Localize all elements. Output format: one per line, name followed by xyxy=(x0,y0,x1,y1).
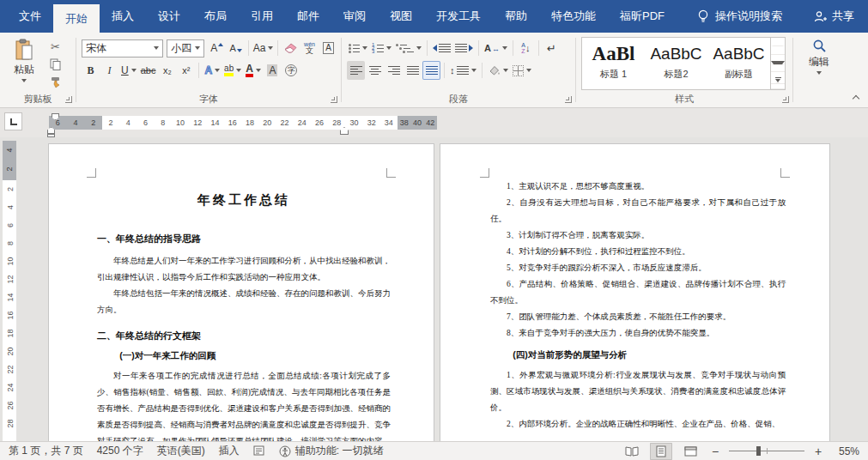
language-status[interactable]: 英语(美国) xyxy=(157,444,205,458)
accessibility-status[interactable]: 辅助功能: 一切就绪 xyxy=(279,444,384,458)
align-right-button[interactable] xyxy=(385,61,403,80)
tab-help[interactable]: 帮助 xyxy=(493,0,539,33)
clipboard-dialog-launcher[interactable] xyxy=(65,96,72,103)
increase-indent-button[interactable] xyxy=(453,39,475,58)
format-painter-button[interactable] xyxy=(46,75,64,90)
text-effects-button[interactable]: A xyxy=(203,61,222,80)
page-number-status[interactable]: 第 1 页，共 7 页 xyxy=(9,444,83,458)
tab-stop-selector[interactable] xyxy=(4,112,22,130)
doc-body[interactable]: 6、产品结构、价格策略、促销组合、渠道建设、品牌传播计划不合理、执行不到位。 xyxy=(490,276,786,309)
distribute-button[interactable] xyxy=(422,61,440,80)
style-heading2[interactable]: AaBbC标题2 xyxy=(645,38,707,89)
doc-body[interactable]: 8、来自于竞争对手的强大压力，使自身的优势不能突显。 xyxy=(490,325,786,342)
zoom-slider-thumb[interactable] xyxy=(756,446,761,456)
font-size-select[interactable]: 小四 xyxy=(167,39,204,58)
zoom-in-button[interactable] xyxy=(811,445,825,458)
style-subtitle[interactable]: AaBbC副标题 xyxy=(707,38,770,89)
zoom-slider[interactable] xyxy=(729,451,804,451)
document-page-1[interactable]: 年终工作总结一、年终总结的指导思路年终总结是人们对一年来的工作学习进行回顾和分析… xyxy=(49,144,434,441)
enclose-characters-button[interactable]: 字 xyxy=(282,61,300,80)
tab-mailings[interactable]: 邮件 xyxy=(285,0,331,33)
gallery-expand-button[interactable] xyxy=(771,72,785,89)
paste-button[interactable]: 粘贴 xyxy=(5,37,43,90)
justify-button[interactable] xyxy=(404,61,422,80)
shading-button[interactable] xyxy=(486,61,510,80)
insert-mode-status[interactable]: 插入 xyxy=(219,444,240,458)
tab-review[interactable]: 审阅 xyxy=(331,0,378,33)
share-button[interactable]: 共享 xyxy=(814,0,854,33)
web-layout-button[interactable] xyxy=(679,443,701,460)
tab-home[interactable]: 开始 xyxy=(53,4,100,33)
numbering-button[interactable] xyxy=(370,39,393,58)
doc-body[interactable]: 1、主观认识不足，思想不够高度重视。 xyxy=(490,179,786,195)
tab-view[interactable]: 视图 xyxy=(378,0,424,33)
superscript-button[interactable]: x² xyxy=(177,61,195,80)
italic-button[interactable]: I xyxy=(100,61,118,80)
tab-references[interactable]: 引用 xyxy=(239,0,285,33)
subscript-button[interactable]: x₂ xyxy=(158,61,176,80)
doc-h2[interactable]: (四)对当前形势的展望与分析 xyxy=(490,349,786,361)
word-count-status[interactable]: 4250 个字 xyxy=(97,444,143,458)
doc-title[interactable]: 年终工作总结 xyxy=(97,192,391,209)
font-dialog-launcher[interactable] xyxy=(331,96,337,103)
doc-body[interactable]: 年终总结是人们对一年来的工作学习进行回顾和分析，从中找出经验和教训，引出规律性认… xyxy=(97,253,391,286)
zoom-level[interactable]: 55% xyxy=(832,445,859,457)
read-mode-button[interactable] xyxy=(621,443,643,460)
print-layout-button[interactable] xyxy=(650,443,672,460)
bullets-button[interactable] xyxy=(347,39,369,58)
style-heading1[interactable]: AaBl标题 1 xyxy=(582,38,645,89)
tab-file[interactable]: 文件 xyxy=(7,0,53,33)
gallery-scroll-up-button[interactable] xyxy=(771,38,785,55)
editing-menu-button[interactable]: 编辑 xyxy=(798,37,840,75)
horizontal-ruler[interactable]: 642 246810121416182022242628303234 38404… xyxy=(49,116,437,130)
tab-special-features[interactable]: 特色功能 xyxy=(539,0,608,33)
doc-h2[interactable]: (一)对一年来工作的回顾 xyxy=(97,350,391,362)
paragraph-dialog-launcher[interactable] xyxy=(565,96,572,103)
doc-body[interactable]: 年终总结包括一年来的情况概述、成绩和经验、存在的问题和教训、今后努力方向。 xyxy=(97,286,391,318)
tab-developer[interactable]: 开发工具 xyxy=(424,0,493,33)
align-left-button[interactable] xyxy=(347,61,365,80)
doc-body[interactable]: 5、对竞争对手的跟踪分析不深入，市场反应速度滞后。 xyxy=(490,260,786,276)
gallery-scroll-down-button[interactable] xyxy=(771,55,785,72)
font-name-select[interactable]: 宋体 xyxy=(82,39,163,58)
doc-h1[interactable]: 一、年终总结的指导思路 xyxy=(97,233,391,245)
clear-formatting-button[interactable] xyxy=(282,39,300,58)
doc-body[interactable]: 7、团队管理能力差、个体成员素质差，不能胜任工作的要求。 xyxy=(490,309,786,325)
strikethrough-button[interactable]: abc xyxy=(139,61,158,80)
bold-button[interactable]: B xyxy=(82,61,100,80)
tab-foxit-pdf[interactable]: 福昕PDF xyxy=(608,0,677,33)
asian-layout-button[interactable] xyxy=(483,39,509,58)
tab-insert[interactable]: 插入 xyxy=(100,0,146,33)
character-border-button[interactable]: A xyxy=(319,39,337,58)
vertical-ruler[interactable]: 42 246810121416182022242628 xyxy=(3,141,16,441)
borders-button[interactable] xyxy=(511,61,533,80)
decrease-indent-button[interactable] xyxy=(431,39,452,58)
shrink-font-button[interactable]: A xyxy=(227,39,245,58)
character-shading-button[interactable]: A xyxy=(264,61,282,80)
tell-me-search[interactable]: 操作说明搜索 xyxy=(697,0,782,33)
document-page-2[interactable]: 1、主观认识不足，思想不够高度重视。2、自身没有远大理想与目标，对自己不能严格要… xyxy=(440,144,829,441)
collapse-ribbon-button[interactable] xyxy=(853,94,859,100)
phonetic-guide-button[interactable]: wén文 xyxy=(300,39,319,58)
doc-body[interactable]: 3、计划制订得不合理，脱离客观实际。 xyxy=(490,227,786,244)
copy-button[interactable] xyxy=(46,57,64,72)
doc-body[interactable]: 2、自身没有远大理想与目标，对自己不能严格要求，对下属和自己过于放任。 xyxy=(490,195,786,227)
sort-button[interactable] xyxy=(517,39,535,58)
font-color-button[interactable]: A xyxy=(244,61,263,80)
doc-body[interactable]: 2、内部环境分析。企业的战略正确性和明晰性、企业在产品、价格、促销、 xyxy=(490,416,786,433)
tab-layout[interactable]: 布局 xyxy=(192,0,239,33)
doc-body[interactable]: 对一年来各项工作的完成情况进行总结，全面总结成绩:各项计划完成了多少、销售指标(… xyxy=(97,368,391,441)
line-spacing-button[interactable] xyxy=(448,61,478,80)
grow-font-button[interactable]: A xyxy=(208,39,226,58)
cut-button[interactable]: ✂ xyxy=(46,39,64,54)
proofing-status-button[interactable] xyxy=(253,445,265,457)
multilevel-list-button[interactable] xyxy=(394,39,423,58)
align-center-button[interactable] xyxy=(366,61,384,80)
doc-body[interactable]: 4、对计划的分解不到位，执行和过程监控不到位。 xyxy=(490,244,786,260)
highlight-button[interactable]: ab xyxy=(222,61,243,80)
styles-dialog-launcher[interactable] xyxy=(782,96,789,103)
tab-design[interactable]: 设计 xyxy=(146,0,192,33)
doc-h1[interactable]: 二、年终总结的行文框架 xyxy=(97,330,391,342)
show-marks-button[interactable] xyxy=(543,39,561,58)
underline-button[interactable]: U xyxy=(119,61,138,80)
